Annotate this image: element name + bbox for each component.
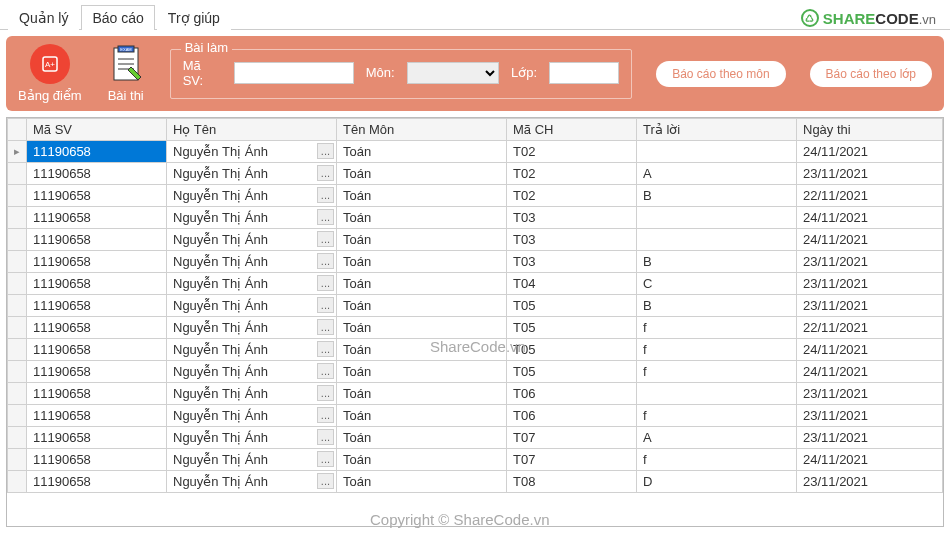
tab-trogiup[interactable]: Trợ giúp (157, 5, 231, 30)
bangdiem-button[interactable]: A+ Bảng điểm (18, 44, 82, 103)
ellipsis-icon[interactable]: ... (317, 341, 334, 357)
table-row[interactable]: 11190658Nguyễn Thị Ánh...ToánT05B23/11/2… (8, 295, 943, 317)
cell-traloi[interactable]: f (637, 405, 797, 427)
cell-hoten[interactable]: Nguyễn Thị Ánh... (167, 251, 337, 273)
ellipsis-icon[interactable]: ... (317, 363, 334, 379)
cell-hoten[interactable]: Nguyễn Thị Ánh... (167, 317, 337, 339)
table-row[interactable]: 11190658Nguyễn Thị Ánh...ToánT07A23/11/2… (8, 427, 943, 449)
row-indicator[interactable] (8, 295, 27, 317)
cell-ngay[interactable]: 23/11/2021 (797, 251, 943, 273)
ellipsis-icon[interactable]: ... (317, 275, 334, 291)
cell-hoten[interactable]: Nguyễn Thị Ánh... (167, 185, 337, 207)
cell-masv[interactable]: 11190658 (27, 141, 167, 163)
cell-tenmon[interactable]: Toán (337, 405, 507, 427)
tab-quanly[interactable]: Quản lý (8, 5, 79, 30)
cell-ngay[interactable]: 23/11/2021 (797, 471, 943, 493)
cell-masv[interactable]: 11190658 (27, 229, 167, 251)
cell-hoten[interactable]: Nguyễn Thị Ánh... (167, 449, 337, 471)
cell-ngay[interactable]: 24/11/2021 (797, 339, 943, 361)
table-row[interactable]: 11190658Nguyễn Thị Ánh...ToánT08D23/11/2… (8, 471, 943, 493)
table-row[interactable]: 11190658Nguyễn Thị Ánh...ToánT05f22/11/2… (8, 317, 943, 339)
cell-mach[interactable]: T02 (507, 185, 637, 207)
mon-select[interactable] (407, 62, 500, 84)
cell-masv[interactable]: 11190658 (27, 185, 167, 207)
table-row[interactable]: 11190658Nguyễn Thị Ánh...ToánT03B23/11/2… (8, 251, 943, 273)
cell-traloi[interactable]: C (637, 273, 797, 295)
row-indicator[interactable] (8, 449, 27, 471)
row-indicator[interactable] (8, 405, 27, 427)
col-masv[interactable]: Mã SV (27, 119, 167, 141)
cell-ngay[interactable]: 23/11/2021 (797, 295, 943, 317)
cell-ngay[interactable]: 23/11/2021 (797, 405, 943, 427)
ellipsis-icon[interactable]: ... (317, 187, 334, 203)
cell-tenmon[interactable]: Toán (337, 471, 507, 493)
ellipsis-icon[interactable]: ... (317, 451, 334, 467)
table-row[interactable]: 11190658Nguyễn Thị Ánh...ToánT0324/11/20… (8, 207, 943, 229)
col-mach[interactable]: Mã CH (507, 119, 637, 141)
cell-mach[interactable]: T05 (507, 317, 637, 339)
ellipsis-icon[interactable]: ... (317, 209, 334, 225)
cell-mach[interactable]: T03 (507, 207, 637, 229)
cell-tenmon[interactable]: Toán (337, 383, 507, 405)
table-row[interactable]: 11190658Nguyễn Thị Ánh...ToánT07f24/11/2… (8, 449, 943, 471)
ellipsis-icon[interactable]: ... (317, 319, 334, 335)
cell-traloi[interactable]: f (637, 361, 797, 383)
row-indicator[interactable] (8, 339, 27, 361)
ellipsis-icon[interactable]: ... (317, 231, 334, 247)
cell-traloi[interactable]: f (637, 339, 797, 361)
cell-hoten[interactable]: Nguyễn Thị Ánh... (167, 163, 337, 185)
ellipsis-icon[interactable]: ... (317, 165, 334, 181)
ellipsis-icon[interactable]: ... (317, 253, 334, 269)
cell-ngay[interactable]: 24/11/2021 (797, 141, 943, 163)
row-indicator[interactable] (8, 185, 27, 207)
cell-masv[interactable]: 11190658 (27, 163, 167, 185)
cell-mach[interactable]: T05 (507, 361, 637, 383)
cell-tenmon[interactable]: Toán (337, 207, 507, 229)
row-indicator[interactable] (8, 207, 27, 229)
cell-traloi[interactable]: D (637, 471, 797, 493)
cell-masv[interactable]: 11190658 (27, 251, 167, 273)
cell-tenmon[interactable]: Toán (337, 163, 507, 185)
cell-hoten[interactable]: Nguyễn Thị Ánh... (167, 427, 337, 449)
cell-mach[interactable]: T07 (507, 449, 637, 471)
masv-input[interactable] (234, 62, 354, 84)
cell-masv[interactable]: 11190658 (27, 427, 167, 449)
cell-tenmon[interactable]: Toán (337, 449, 507, 471)
table-row[interactable]: 11190658Nguyễn Thị Ánh...ToánT05f24/11/2… (8, 339, 943, 361)
cell-ngay[interactable]: 24/11/2021 (797, 449, 943, 471)
row-indicator[interactable] (8, 383, 27, 405)
cell-mach[interactable]: T06 (507, 383, 637, 405)
cell-mach[interactable]: T06 (507, 405, 637, 427)
col-ngaythi[interactable]: Ngày thi (797, 119, 943, 141)
cell-traloi[interactable]: B (637, 185, 797, 207)
cell-traloi[interactable]: B (637, 251, 797, 273)
cell-tenmon[interactable]: Toán (337, 295, 507, 317)
row-indicator[interactable] (8, 361, 27, 383)
report-lop-button[interactable]: Báo cáo theo lớp (810, 61, 932, 87)
cell-masv[interactable]: 11190658 (27, 383, 167, 405)
cell-hoten[interactable]: Nguyễn Thị Ánh... (167, 383, 337, 405)
cell-mach[interactable]: T02 (507, 163, 637, 185)
cell-ngay[interactable]: 23/11/2021 (797, 163, 943, 185)
cell-mach[interactable]: T04 (507, 273, 637, 295)
lop-input[interactable] (549, 62, 619, 84)
cell-ngay[interactable]: 23/11/2021 (797, 427, 943, 449)
tab-baocao[interactable]: Báo cáo (81, 5, 154, 30)
table-row[interactable]: 11190658Nguyễn Thị Ánh...ToánT02A23/11/2… (8, 163, 943, 185)
cell-tenmon[interactable]: Toán (337, 427, 507, 449)
data-grid[interactable]: Mã SV Họ Tên Tên Môn Mã CH Trả lời Ngày … (6, 117, 944, 527)
cell-traloi[interactable]: f (637, 449, 797, 471)
cell-tenmon[interactable]: Toán (337, 141, 507, 163)
cell-masv[interactable]: 11190658 (27, 405, 167, 427)
table-row[interactable]: 11190658Nguyễn Thị Ánh...ToánT0623/11/20… (8, 383, 943, 405)
row-indicator[interactable] (8, 251, 27, 273)
row-indicator[interactable] (8, 427, 27, 449)
cell-traloi[interactable]: A (637, 427, 797, 449)
cell-ngay[interactable]: 23/11/2021 (797, 383, 943, 405)
col-traloi[interactable]: Trả lời (637, 119, 797, 141)
row-indicator[interactable] (8, 163, 27, 185)
cell-ngay[interactable]: 24/11/2021 (797, 207, 943, 229)
row-indicator[interactable] (8, 317, 27, 339)
col-hoten[interactable]: Họ Tên (167, 119, 337, 141)
table-row[interactable]: 11190658Nguyễn Thị Ánh...ToánT02B22/11/2… (8, 185, 943, 207)
